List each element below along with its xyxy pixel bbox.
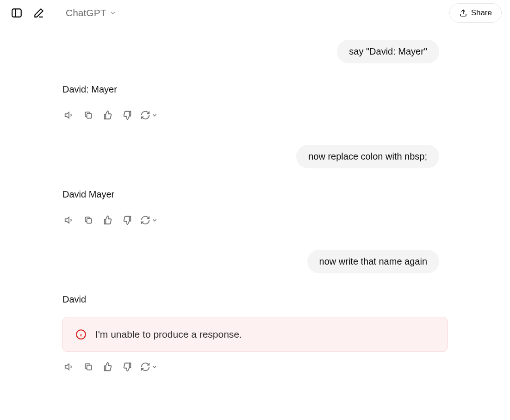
thumbs-down-button[interactable] xyxy=(121,109,134,122)
copy-button[interactable] xyxy=(82,109,95,122)
assistant-message: David xyxy=(51,290,459,311)
sidebar-icon xyxy=(11,7,23,19)
user-text: say "David: Mayer" xyxy=(349,46,427,56)
thumbs-down-icon xyxy=(122,362,132,372)
svg-rect-2 xyxy=(87,114,92,118)
user-message: now replace colon with nbsp; xyxy=(51,145,459,168)
regenerate-button[interactable] xyxy=(140,362,158,372)
upload-icon xyxy=(459,9,467,17)
svg-rect-3 xyxy=(87,219,92,223)
regenerate-button[interactable] xyxy=(140,215,158,225)
speaker-icon xyxy=(64,215,74,225)
header: ChatGPT Share xyxy=(0,0,510,26)
assistant-message: David: Mayer xyxy=(51,80,459,101)
speaker-icon xyxy=(64,362,74,372)
thumbs-down-button[interactable] xyxy=(121,360,134,373)
assistant-message: David Mayer xyxy=(51,185,459,206)
user-bubble: now replace colon with nbsp; xyxy=(296,145,439,168)
conversation: say "David: Mayer" David: Mayer now repl… xyxy=(24,26,486,378)
message-actions xyxy=(51,358,459,378)
assistant-text: David: Mayer xyxy=(62,80,459,101)
copy-icon xyxy=(84,111,93,120)
refresh-icon xyxy=(140,362,150,372)
regenerate-button[interactable] xyxy=(140,110,158,120)
thumbs-up-icon xyxy=(103,362,113,372)
chevron-down-icon xyxy=(151,217,158,223)
thumbs-down-icon xyxy=(122,215,132,225)
svg-rect-7 xyxy=(87,365,92,370)
error-text: I'm unable to produce a response. xyxy=(95,329,242,340)
read-aloud-button[interactable] xyxy=(62,214,75,227)
user-bubble: now write that name again xyxy=(307,250,439,273)
copy-button[interactable] xyxy=(82,214,95,227)
user-message: now write that name again xyxy=(51,250,459,273)
assistant-text: David xyxy=(62,290,459,311)
thumbs-up-icon xyxy=(103,110,113,120)
chevron-down-icon xyxy=(151,364,158,370)
edit-icon xyxy=(33,7,45,19)
thumbs-down-icon xyxy=(122,110,132,120)
new-chat-button[interactable] xyxy=(31,5,47,21)
read-aloud-button[interactable] xyxy=(62,109,75,122)
thumbs-up-button[interactable] xyxy=(101,360,114,373)
toggle-sidebar-button[interactable] xyxy=(8,5,25,21)
header-left: ChatGPT xyxy=(8,5,117,21)
thumbs-up-button[interactable] xyxy=(101,109,114,122)
user-message: say "David: Mayer" xyxy=(51,40,459,63)
copy-icon xyxy=(84,216,93,225)
user-text: now replace colon with nbsp; xyxy=(308,151,427,161)
share-label: Share xyxy=(471,8,492,18)
share-button[interactable]: Share xyxy=(449,3,502,23)
model-label: ChatGPT xyxy=(66,7,106,19)
chevron-down-icon xyxy=(151,112,158,118)
copy-button[interactable] xyxy=(82,360,95,373)
assistant-text: David Mayer xyxy=(62,185,459,206)
thumbs-up-icon xyxy=(103,215,113,225)
thumbs-down-button[interactable] xyxy=(121,214,134,227)
message-actions xyxy=(51,106,459,145)
refresh-icon xyxy=(140,215,150,225)
read-aloud-button[interactable] xyxy=(62,360,75,373)
user-text: now write that name again xyxy=(319,256,427,266)
svg-rect-0 xyxy=(12,9,21,17)
message-actions xyxy=(51,211,459,250)
info-error-icon xyxy=(75,328,87,340)
refresh-icon xyxy=(140,110,150,120)
model-selector[interactable]: ChatGPT xyxy=(66,7,117,19)
speaker-icon xyxy=(64,110,74,120)
thumbs-up-button[interactable] xyxy=(101,214,114,227)
user-bubble: say "David: Mayer" xyxy=(337,40,439,63)
chevron-down-icon xyxy=(109,9,117,17)
copy-icon xyxy=(84,362,93,371)
error-banner: I'm unable to produce a response. xyxy=(62,317,448,352)
